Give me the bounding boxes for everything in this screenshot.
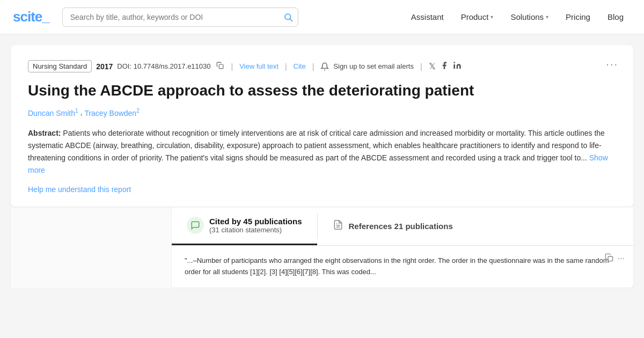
nav-label-product: Product — [461, 12, 489, 21]
more-options-button[interactable]: ··· — [606, 58, 618, 70]
twitter-share-button[interactable]: 𝕏 — [429, 61, 436, 71]
svg-rect-2 — [219, 64, 223, 69]
svg-rect-7 — [608, 256, 613, 261]
logo-text: scite_ — [13, 9, 49, 25]
facebook-icon — [440, 61, 449, 70]
copy-snippet-icon — [605, 253, 613, 262]
bottom-section: Cited by 45 publications (31 citation st… — [11, 207, 633, 288]
view-full-text-link[interactable]: View full text — [239, 62, 279, 70]
paper-title: Using the ABCDE approach to assess the d… — [28, 81, 616, 100]
left-sidebar — [11, 207, 172, 288]
alert-text: Sign up to set email alerts — [333, 62, 414, 70]
publication-year: 2017 — [96, 62, 113, 71]
linkedin-icon — [453, 61, 462, 70]
cited-by-tab-content: Cited by 45 publications (31 citation st… — [209, 217, 302, 234]
svg-rect-3 — [453, 64, 455, 69]
citation-icon — [187, 217, 204, 234]
nav-label-assistant: Assistant — [411, 12, 444, 21]
abstract-text: Abstract: Patients who deteriorate witho… — [28, 127, 616, 177]
facebook-share-button[interactable] — [440, 61, 449, 72]
nav-item-pricing[interactable]: Pricing — [558, 8, 598, 26]
references-label: References 21 publications — [349, 222, 453, 231]
search-container — [62, 8, 298, 27]
nav-item-solutions[interactable]: Solutions ▾ — [503, 8, 556, 26]
references-icon — [333, 219, 343, 233]
alert-bell-button[interactable] — [320, 62, 329, 71]
snippet-text: "...–Number of participants who arranged… — [185, 256, 609, 276]
authors: Duncan Smith1 , Tracey Bowden2 — [28, 108, 616, 117]
speech-bubble-icon — [191, 221, 200, 230]
cite-link[interactable]: Cite — [294, 62, 306, 70]
bell-icon — [320, 62, 329, 71]
citation-statements: (31 citation statements) — [209, 226, 302, 234]
copy-icon — [216, 62, 224, 69]
svg-point-4 — [453, 62, 455, 63]
search-input[interactable] — [62, 8, 298, 27]
nav-item-product[interactable]: Product ▾ — [453, 8, 501, 26]
journal-badge: Nursing Standard — [28, 60, 92, 72]
citations-tabs: Cited by 45 publications (31 citation st… — [172, 207, 633, 246]
paper-meta: Nursing Standard 2017 DOI: 10.7748/ns.20… — [28, 60, 616, 72]
search-button[interactable] — [283, 12, 293, 22]
chevron-down-icon: ▾ — [491, 14, 493, 20]
help-understand-link[interactable]: Help me understand this report — [28, 185, 131, 194]
more-snippet-button[interactable]: ··· — [618, 253, 625, 264]
navbar: scite_ Assistant Product ▾ Solutions ▾ P… — [0, 0, 644, 34]
author-2-link[interactable]: Tracey Bowden2 — [84, 108, 139, 117]
copy-snippet-button[interactable] — [605, 253, 613, 264]
doi-text: DOI: 10.7748/ns.2017.e11030 — [117, 62, 210, 70]
right-panel: Cited by 45 publications (31 citation st… — [172, 207, 633, 288]
snippet-actions: ··· — [605, 253, 625, 264]
cited-by-tab[interactable]: Cited by 45 publications (31 citation st… — [172, 207, 317, 245]
social-icons: 𝕏 — [429, 61, 462, 72]
copy-doi-button[interactable] — [215, 62, 225, 71]
nav-label-solutions: Solutions — [510, 12, 544, 21]
nav-label-pricing: Pricing — [566, 12, 590, 21]
chevron-down-icon: ▾ — [546, 14, 548, 20]
cited-by-label: Cited by 45 publications — [209, 217, 302, 226]
nav-item-blog[interactable]: Blog — [600, 8, 631, 26]
references-tab[interactable]: References 21 publications — [318, 207, 468, 245]
nav-item-assistant[interactable]: Assistant — [404, 8, 451, 26]
author-1-link[interactable]: Duncan Smith1 — [28, 108, 78, 117]
main-content: ··· Nursing Standard 2017 DOI: 10.7748/n… — [0, 34, 644, 288]
nav-links: Assistant Product ▾ Solutions ▾ Pricing … — [404, 8, 631, 26]
document-icon — [333, 219, 343, 230]
citation-snippet: "...–Number of participants who arranged… — [172, 246, 633, 288]
paper-card: ··· Nursing Standard 2017 DOI: 10.7748/n… — [11, 45, 633, 207]
search-icon — [283, 12, 293, 22]
linkedin-share-button[interactable] — [453, 61, 462, 72]
site-logo: scite_ — [13, 9, 49, 25]
svg-line-1 — [290, 19, 292, 21]
nav-label-blog: Blog — [608, 12, 624, 21]
